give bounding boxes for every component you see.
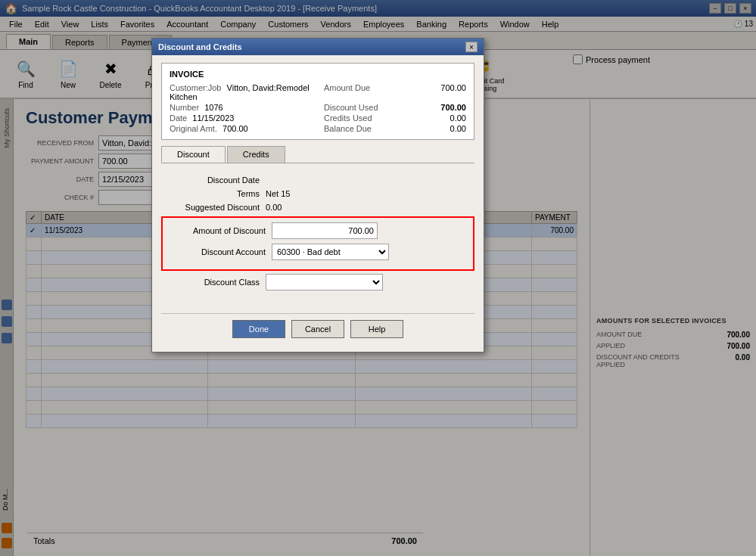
cancel-button[interactable]: Cancel [291,320,344,338]
discount-used-value: 700.00 [440,103,466,112]
suggested-discount-row: Suggested Discount 0.00 [161,203,474,212]
discount-used-label: Discount Used [324,103,378,112]
orig-amt-label: Original Amt. [170,124,217,133]
dialog-tabs: Discount Credits [161,146,474,163]
balance-due-row: Balance Due 0.00 [324,124,466,133]
dialog-body: INVOICE Customer:Job Vitton, David:Remod… [152,55,484,352]
invoice-section: INVOICE Customer:Job Vitton, David:Remod… [161,63,474,140]
amount-discount-row: Amount of Discount [167,222,468,239]
amount-due-value-dlg: 700.00 [440,83,466,101]
discount-class-row: Discount Class [161,274,474,290]
customer-job-label: Customer:Job [170,83,221,92]
credits-used-row: Credits Used 0.00 [324,113,466,123]
number-value: 1076 [204,103,222,112]
discount-date-row: Discount Date [161,175,474,185]
discount-account-select[interactable]: 60300 · Bad debt [272,244,389,260]
credits-used-value: 0.00 [450,113,466,123]
dialog-close-button[interactable]: × [465,42,478,52]
terms-value: Net 15 [266,189,372,198]
date-label-dlg: Date [170,113,187,123]
discount-account-row: Discount Account 60300 · Bad debt [167,244,468,260]
discount-date-label: Discount Date [161,175,260,185]
terms-row: Terms Net 15 [161,189,474,198]
orig-amt-row: Original Amt. 700.00 [170,124,312,133]
dialog-title-bar: Discount and Credits × [152,39,484,55]
amount-discount-input[interactable] [272,222,378,239]
discount-used-row: Discount Used 700.00 [324,103,466,112]
balance-due-label: Balance Due [324,124,372,133]
invoice-section-title: INVOICE [170,70,466,79]
discount-credits-dialog: Discount and Credits × INVOICE Customer:… [151,38,484,353]
orig-amt-value: 700.00 [222,124,248,133]
amount-due-label-dlg: Amount Due [324,83,370,101]
help-button[interactable]: Help [350,320,403,338]
number-row: Number 1076 [170,103,312,112]
tab-discount[interactable]: Discount [161,146,226,163]
invoice-details: Customer:Job Vitton, David:Remodel Kitch… [170,83,466,133]
suggested-discount-value: 0.00 [266,203,372,212]
date-row-dlg: Date 11/15/2023 [170,113,312,123]
amount-due-row-dlg: Amount Due 700.00 [324,83,466,101]
red-highlight-box: Amount of Discount Discount Account 6030… [161,216,474,271]
discount-form: Discount Date Terms Net 15 Suggested Dis… [161,169,474,301]
suggested-discount-label: Suggested Discount [161,203,260,212]
dialog-buttons: Done Cancel Help [161,313,474,344]
tab-credits[interactable]: Credits [227,146,285,163]
dialog-title: Discount and Credits [158,42,242,51]
discount-account-label: Discount Account [167,247,266,256]
discount-class-label: Discount Class [161,278,260,287]
balance-due-value: 0.00 [450,124,466,133]
modal-overlay: Discount and Credits × INVOICE Customer:… [0,0,756,556]
credits-used-label: Credits Used [324,113,372,123]
done-button[interactable]: Done [232,320,285,338]
number-label: Number [170,103,199,112]
amount-discount-label: Amount of Discount [167,226,266,235]
customer-job-row: Customer:Job Vitton, David:Remodel Kitch… [170,83,312,101]
discount-class-select[interactable] [266,274,383,290]
terms-label: Terms [161,189,260,198]
date-value-dlg: 11/15/2023 [192,113,234,123]
